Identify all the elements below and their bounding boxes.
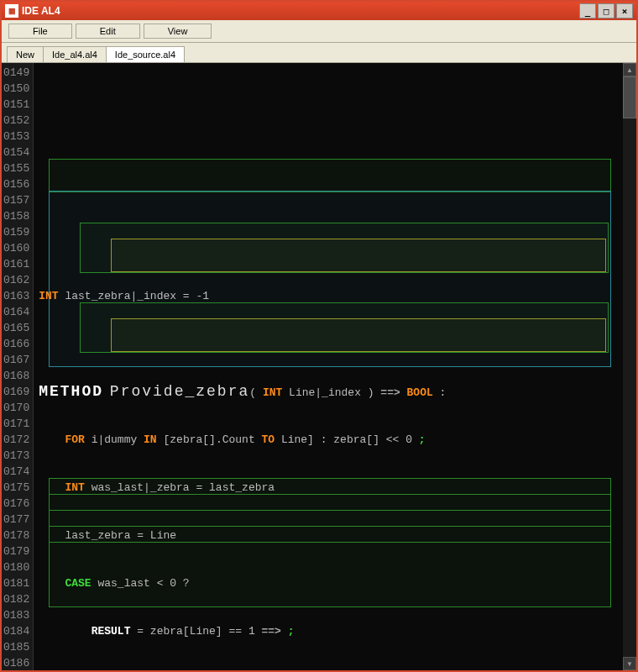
window-buttons: _ □ × [579, 3, 633, 18]
scroll-thumb[interactable] [623, 76, 636, 118]
line-number: 0176 [3, 496, 29, 512]
menu-file[interactable]: File [8, 24, 72, 39]
line-number: 0182 [3, 591, 29, 607]
code-text: = zebra[Line] == 1 [130, 625, 261, 638]
line-number: 0165 [3, 320, 29, 336]
code-area[interactable]: INT last_zebra|_index = -1 METHOD Provid… [34, 63, 623, 670]
code-text: Line] : zebra[] << 0 [275, 433, 419, 446]
code-text: RESULT [92, 625, 131, 638]
line-number: 0180 [3, 559, 29, 575]
code-text: ==> [261, 625, 280, 638]
code-text: i|dummy [85, 433, 144, 446]
line-number: 0171 [3, 416, 29, 432]
line-number: 0186 [3, 655, 29, 670]
close-button[interactable]: × [616, 3, 633, 18]
line-number: 0151 [3, 97, 29, 113]
line-number: 0172 [3, 432, 29, 448]
line-number: 0181 [3, 575, 29, 591]
vertical-scrollbar[interactable]: ▲ ▼ [623, 63, 636, 670]
line-number: 0159 [3, 224, 29, 240]
window-title: IDE AL4 [22, 5, 579, 17]
line-number: 0161 [3, 256, 29, 272]
scroll-down-button[interactable]: ▼ [623, 657, 636, 670]
tab-ide-al4[interactable]: Ide_al4.al4 [43, 46, 107, 62]
code-text: FOR [65, 433, 84, 446]
maximize-button[interactable]: □ [598, 3, 614, 18]
code-text: TO [262, 433, 275, 446]
line-gutter: 0149015001510152015301540155015601570158… [2, 63, 34, 670]
code-text: METHOD [39, 383, 103, 400]
code-text: INT [65, 481, 84, 494]
menubar: File Edit View [2, 20, 636, 43]
menu-edit[interactable]: Edit [76, 24, 140, 39]
line-number: 0185 [3, 639, 29, 655]
code-text: was_last < 0 ? [92, 577, 190, 590]
code-text: Line|_index ) [282, 386, 380, 399]
line-number: 0154 [3, 144, 29, 160]
line-number: 0158 [3, 208, 29, 224]
tab-ide-source[interactable]: Ide_source.al4 [106, 46, 185, 62]
app-icon: ▦ [5, 4, 18, 18]
code-text: BOOL [407, 386, 433, 399]
line-number: 0167 [3, 352, 29, 368]
line-number: 0174 [3, 464, 29, 480]
code-text: was_last|_zebra = last_zebra [85, 481, 275, 494]
minimize-button[interactable]: _ [579, 3, 596, 18]
line-number: 0166 [3, 336, 29, 352]
line-number: 0170 [3, 400, 29, 416]
line-number: 0150 [3, 81, 29, 97]
code-text: ( [249, 386, 256, 399]
code-text: IN [144, 433, 157, 446]
code-text: ==> [380, 386, 400, 399]
line-number: 0153 [3, 129, 29, 144]
code-text: ; [281, 625, 295, 638]
code-text: INT [263, 386, 282, 399]
line-number: 0152 [3, 113, 29, 129]
line-number: 0184 [3, 623, 29, 639]
line-number: 0160 [3, 240, 29, 256]
code-text: ; [419, 433, 426, 446]
code-text: Provide_zebra [110, 383, 249, 400]
line-number: 0149 [3, 65, 29, 81]
tabbar: New Ide_al4.al4 Ide_source.al4 [2, 43, 636, 63]
editor: 0149015001510152015301540155015601570158… [2, 63, 636, 670]
line-number: 0183 [3, 607, 29, 623]
tab-new[interactable]: New [7, 46, 44, 62]
code-text: [zebra[].Count [157, 433, 262, 446]
menu-view[interactable]: View [144, 24, 212, 39]
code-text: last_zebra = Line [65, 529, 176, 542]
code-text: CASE [65, 577, 91, 590]
line-number: 0162 [3, 272, 29, 288]
line-number: 0155 [3, 160, 29, 176]
code-text: : [433, 386, 447, 399]
scroll-track[interactable] [623, 76, 636, 657]
line-number: 0157 [3, 192, 29, 208]
code-text: INT [39, 290, 58, 302]
line-number: 0179 [3, 543, 29, 559]
app-window: ▦ IDE AL4 _ □ × File Edit View New Ide_a… [0, 0, 638, 672]
line-number: 0175 [3, 480, 29, 496]
line-number: 0156 [3, 176, 29, 192]
line-number: 0178 [3, 528, 29, 543]
line-number: 0164 [3, 304, 29, 320]
line-number: 0169 [3, 384, 29, 400]
line-number: 0173 [3, 448, 29, 464]
line-number: 0168 [3, 368, 29, 384]
scroll-up-button[interactable]: ▲ [623, 63, 636, 76]
line-number: 0177 [3, 512, 29, 528]
line-number: 0163 [3, 288, 29, 304]
titlebar: ▦ IDE AL4 _ □ × [2, 2, 636, 20]
